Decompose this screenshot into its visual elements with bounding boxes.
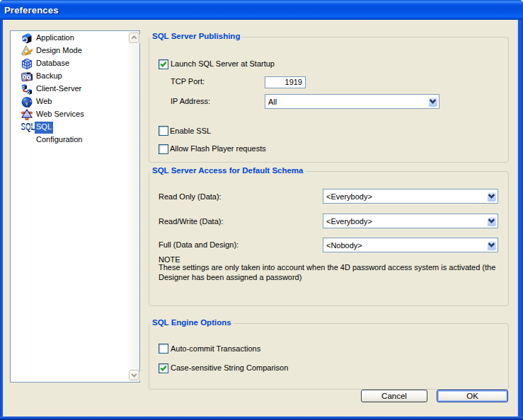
svg-text:SQL: SQL xyxy=(21,122,35,132)
